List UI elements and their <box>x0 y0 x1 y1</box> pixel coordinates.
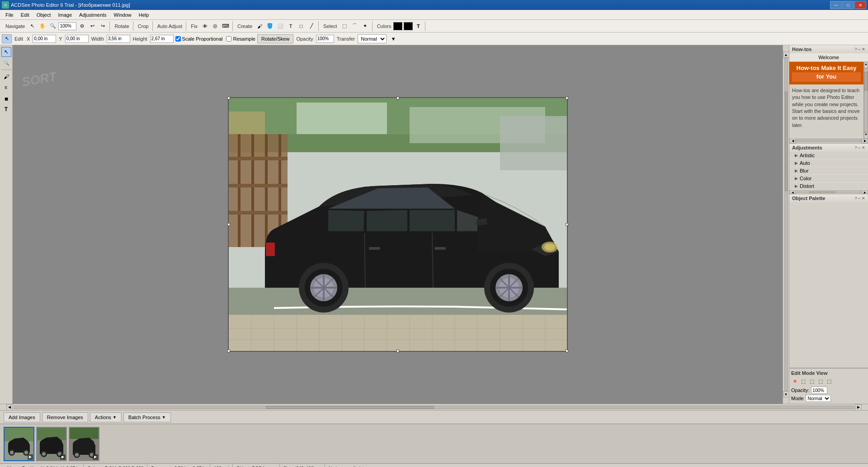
arrow-tool-btn[interactable]: ↖ <box>27 22 37 31</box>
handle-bottom-left[interactable] <box>227 350 230 352</box>
handle-bottom-middle[interactable] <box>396 350 399 352</box>
adj-color[interactable]: ▶ Color <box>789 175 868 182</box>
remove-images-button[interactable]: Remove Images <box>42 412 88 422</box>
text-color-btn[interactable]: T <box>413 22 423 31</box>
text-btn[interactable]: T <box>286 22 296 31</box>
howtos-help-icon[interactable]: ? <box>855 47 857 51</box>
zoom-in-btn[interactable]: 🔍 <box>48 22 58 31</box>
adj-close-icon[interactable]: ✕ <box>862 145 865 150</box>
menu-window[interactable]: Window <box>110 11 135 19</box>
filmstrip-thumb-1[interactable]: ▶ <box>4 427 34 461</box>
handle-bottom-right[interactable] <box>566 350 568 352</box>
hscroll-left-btn[interactable]: ◀ <box>6 404 13 411</box>
howtos-hscroll-left[interactable]: ◀ <box>789 139 796 143</box>
menu-help[interactable]: Help <box>135 11 153 19</box>
menu-image[interactable]: Image <box>55 11 76 19</box>
magic-wand-btn[interactable]: ✦ <box>360 22 370 31</box>
minimize-button[interactable]: ─ <box>830 1 842 9</box>
menu-edit[interactable]: Edit <box>17 11 33 19</box>
howtos-hscroll-right[interactable]: ▶ <box>862 139 868 143</box>
fix-red-eye-btn[interactable]: 👁 <box>200 22 210 31</box>
adj-distort[interactable]: ▶ Distort <box>789 182 868 190</box>
vscroll-down-btn[interactable]: ▼ <box>783 391 789 397</box>
main-image[interactable] <box>229 98 567 351</box>
maximize-button[interactable]: □ <box>842 1 854 9</box>
redo-btn[interactable]: ↪ <box>98 22 108 31</box>
zoom-tool[interactable]: 🔍 <box>1 58 11 68</box>
howtos-min-icon[interactable]: ─ <box>858 47 861 51</box>
background-color[interactable] <box>404 22 413 30</box>
adj-auto[interactable]: ▶ Auto <box>789 159 868 167</box>
objpal-min-icon[interactable]: ─ <box>858 196 861 201</box>
em-close-icon[interactable]: ✕ <box>791 378 798 385</box>
object-palette-header[interactable]: Object Palette ? ─ ✕ <box>789 194 868 202</box>
eraser-btn[interactable]: ⬜ <box>275 22 285 31</box>
width-input[interactable] <box>107 35 130 43</box>
undo-btn[interactable]: ↩ <box>87 22 97 31</box>
hscroll-thumb[interactable] <box>266 406 434 409</box>
menu-adjustments[interactable]: Adjustments <box>75 11 110 19</box>
rotate-skew-btn[interactable]: Rotate/Skew <box>257 34 293 43</box>
handle-top-right[interactable] <box>566 97 568 99</box>
handle-middle-left[interactable] <box>227 223 230 226</box>
handle-top-left[interactable] <box>227 97 230 99</box>
pointer-tool[interactable]: ↖ <box>2 34 12 43</box>
zoom-out-btn[interactable]: ⊖ <box>77 22 87 31</box>
mode-edit-select[interactable]: Normal Multiply Screen <box>806 395 831 402</box>
adj-help-icon[interactable]: ? <box>855 145 857 150</box>
paint-tool[interactable]: 🖌 <box>1 72 11 82</box>
mode-dropdown-arrow[interactable]: ▼ <box>388 34 398 43</box>
height-input[interactable] <box>150 35 174 43</box>
hand-tool-btn[interactable]: ✋ <box>38 22 47 31</box>
em-icon3[interactable]: ⬚ <box>808 378 816 385</box>
mode-select[interactable]: Normal Multiply Screen Overlay Darken Li… <box>358 34 387 43</box>
line-btn[interactable]: ╱ <box>307 22 316 31</box>
howtos-close-icon[interactable]: ✕ <box>862 47 865 51</box>
objpal-help-icon[interactable]: ? <box>855 196 857 201</box>
fix-blemish-btn[interactable]: ◎ <box>210 22 220 31</box>
filmstrip-thumb-3[interactable]: ▶ <box>69 427 99 461</box>
vscroll-thumb[interactable] <box>785 92 788 191</box>
x-input[interactable] <box>33 35 56 43</box>
adjustments-header[interactable]: Adjustments ? ─ ✕ <box>789 144 868 152</box>
adj-artistic[interactable]: ▶ Artistic <box>789 152 868 159</box>
vscroll-up-btn[interactable]: ▲ <box>783 51 789 58</box>
objpal-close-icon[interactable]: ✕ <box>862 196 865 201</box>
batch-process-button[interactable]: Batch Process ▼ <box>123 412 171 422</box>
lasso-select-btn[interactable]: ⌒ <box>350 22 360 31</box>
howtos-vscroll-down[interactable]: ▼ <box>864 132 868 139</box>
scale-proportional-checkbox[interactable] <box>175 36 181 42</box>
hscroll-right-btn[interactable]: ▶ <box>855 404 862 411</box>
eraser-tool[interactable]: E <box>1 83 11 93</box>
em-icon5[interactable]: ⬚ <box>826 378 833 385</box>
em-icon2[interactable]: ⬚ <box>800 378 807 385</box>
handle-top-middle[interactable] <box>396 97 399 99</box>
select-object-tool[interactable]: ↖ <box>1 47 11 57</box>
paint-btn[interactable]: 🖌 <box>255 22 264 31</box>
em-icon4[interactable]: ⬚ <box>817 378 824 385</box>
foreground-color[interactable] <box>393 22 402 30</box>
opacity-input[interactable] <box>316 35 334 43</box>
menu-object[interactable]: Object <box>33 11 55 19</box>
fill-tool[interactable]: ◼ <box>1 93 11 103</box>
menu-file[interactable]: File <box>2 11 17 19</box>
adj-blur[interactable]: ▶ Blur <box>789 167 868 175</box>
y-input[interactable] <box>65 35 89 43</box>
add-images-button[interactable]: Add Images <box>4 412 40 422</box>
rect-select-btn[interactable]: ⬚ <box>340 22 349 31</box>
opacity-edit-input[interactable] <box>811 387 827 394</box>
handle-middle-right[interactable] <box>566 223 568 226</box>
actions-button[interactable]: Actions ▼ <box>90 412 122 422</box>
vertical-scrollbar[interactable]: ▲ ▼ <box>783 45 789 404</box>
fill-btn[interactable]: 🪣 <box>265 22 275 31</box>
filmstrip-thumb-2[interactable]: ▶ <box>36 427 67 461</box>
adj-hscroll-thumb[interactable] <box>809 191 835 193</box>
howtos-header[interactable]: How-tos ? ─ ✕ <box>789 45 868 53</box>
adj-hscroll-right[interactable]: ▶ <box>862 190 868 194</box>
close-button[interactable]: ✕ <box>854 1 866 9</box>
resample-checkbox[interactable] <box>226 36 231 42</box>
adj-hscroll-left[interactable]: ◀ <box>789 190 796 194</box>
shape-btn[interactable]: □ <box>296 22 306 31</box>
adj-min-icon[interactable]: ─ <box>858 145 861 150</box>
fix-clone-btn[interactable]: ⌨ <box>221 22 231 31</box>
